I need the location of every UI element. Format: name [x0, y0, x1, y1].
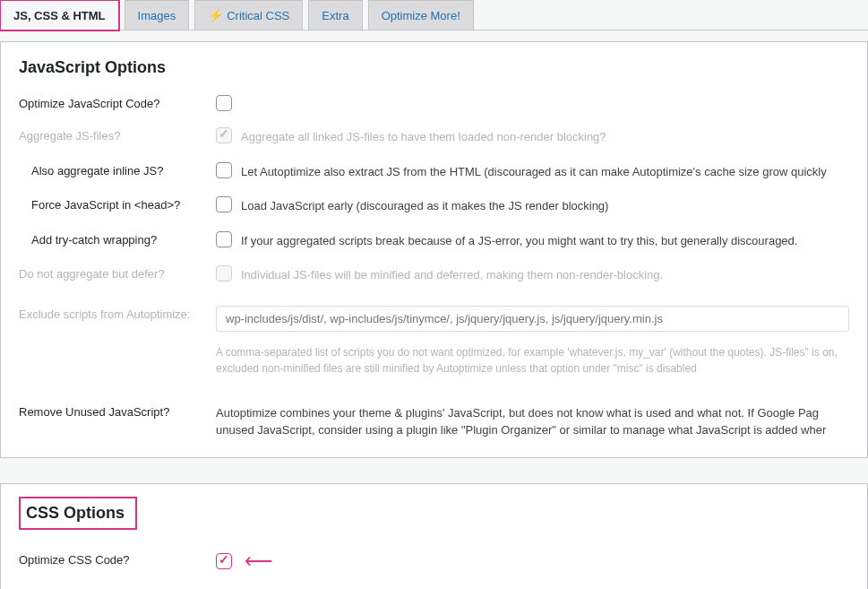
force-head-row: Force JavaScript in <head>? Load JavaScr…	[19, 196, 849, 215]
tab-extra[interactable]: Extra	[308, 0, 362, 30]
inline-js-checkbox[interactable]	[216, 162, 232, 178]
defer-desc: Individual JS-files will be minified and…	[241, 265, 663, 284]
defer-checkbox	[216, 265, 232, 282]
css-heading-highlight: CSS Options	[19, 497, 137, 530]
optimize-js-row: Optimize JavaScript Code?	[19, 95, 849, 111]
aggregate-js-row: Aggregate JS-files? Aggregate all linked…	[19, 127, 849, 146]
tab-label: Critical CSS	[227, 9, 289, 22]
exclude-input[interactable]	[216, 306, 849, 332]
tab-bar: JS, CSS & HTML Images ⚡ Critical CSS Ext…	[0, 0, 868, 30]
aggregate-js-desc: Aggregate all linked JS-files to have th…	[241, 127, 606, 146]
tab-optimize-more[interactable]: Optimize More!	[368, 0, 474, 30]
optimize-js-checkbox[interactable]	[216, 95, 232, 111]
trycatch-checkbox[interactable]	[216, 231, 232, 247]
optimize-css-row: Optimize CSS Code? ⟵	[19, 551, 849, 571]
tab-images[interactable]: Images	[125, 0, 190, 30]
tab-label: Extra	[322, 9, 348, 22]
force-head-checkbox[interactable]	[216, 196, 232, 212]
defer-label: Do not aggregate but defer?	[19, 265, 216, 281]
js-options-heading: JavaScript Options	[19, 58, 849, 77]
optimize-js-label: Optimize JavaScript Code?	[19, 95, 216, 110]
force-head-desc: Load JavaScript early (discouraged as it…	[241, 196, 608, 215]
remove-unused-label: Remove Unused JavaScript?	[19, 403, 216, 419]
force-head-label: Force JavaScript in <head>?	[19, 196, 216, 212]
exclude-help: A comma-separated list of scripts you do…	[216, 344, 849, 377]
tab-critical-css[interactable]: ⚡ Critical CSS	[194, 0, 303, 30]
exclude-row: Exclude scripts from Autoptimize: A comm…	[19, 306, 849, 377]
trycatch-desc: If your aggregated scripts break because…	[241, 231, 797, 250]
bolt-icon: ⚡	[208, 8, 223, 22]
css-options-panel: CSS Options Optimize CSS Code? ⟵	[0, 483, 868, 590]
inline-js-label: Also aggregate inline JS?	[19, 162, 216, 178]
remove-unused-desc: Autoptimize combines your theme & plugin…	[216, 403, 849, 439]
css-options-heading: CSS Options	[26, 504, 125, 523]
aggregate-js-label: Aggregate JS-files?	[19, 127, 216, 143]
inline-js-row: Also aggregate inline JS? Let Autoptimiz…	[19, 162, 849, 181]
tab-label: Images	[138, 9, 176, 22]
exclude-label: Exclude scripts from Autoptimize:	[19, 306, 216, 321]
trycatch-label: Add try-catch wrapping?	[19, 231, 216, 247]
inline-js-desc: Let Autoptimize also extract JS from the…	[241, 162, 827, 181]
js-options-panel: JavaScript Options Optimize JavaScript C…	[0, 41, 868, 458]
optimize-css-label: Optimize CSS Code?	[19, 551, 216, 567]
aggregate-js-checkbox	[216, 127, 232, 143]
remove-unused-row: Remove Unused JavaScript? Autoptimize co…	[19, 403, 849, 439]
trycatch-row: Add try-catch wrapping? If your aggregat…	[19, 231, 849, 250]
defer-row: Do not aggregate but defer? Individual J…	[19, 265, 849, 284]
tab-label: JS, CSS & HTML	[13, 9, 106, 22]
tab-label: Optimize More!	[382, 9, 460, 22]
optimize-css-checkbox[interactable]	[216, 553, 232, 569]
tab-js-css-html[interactable]: JS, CSS & HTML	[0, 0, 119, 30]
arrow-left-icon: ⟵	[245, 551, 273, 571]
